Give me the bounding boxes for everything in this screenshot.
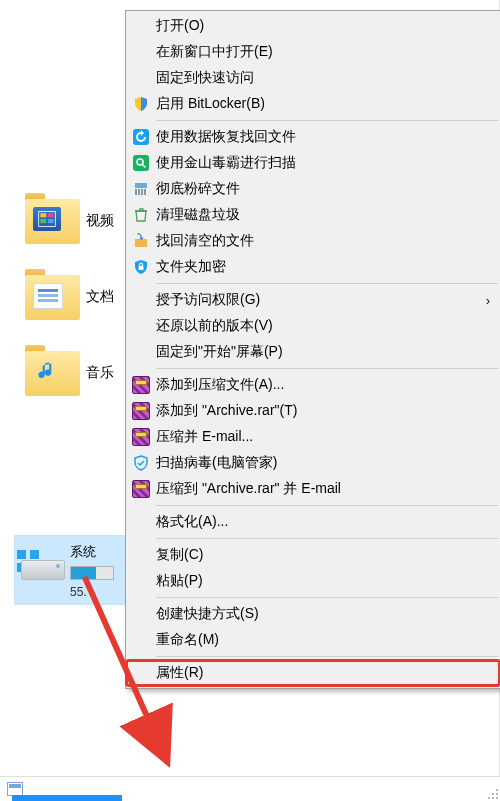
menu-item-label: 添加到 "Archive.rar"(T) — [156, 402, 500, 420]
menu-item-add-to-archive-rar[interactable]: 添加到 "Archive.rar"(T) — [126, 398, 500, 424]
selection-bar — [12, 795, 122, 801]
svg-rect-2 — [48, 213, 54, 217]
menu-item-compress-archive-email[interactable]: 压缩到 "Archive.rar" 并 E-mail — [126, 476, 500, 502]
menu-item-label: 固定到"开始"屏幕(P) — [156, 343, 500, 361]
menu-separator — [156, 656, 498, 657]
trash-icon — [126, 207, 156, 223]
folder-label: 文档 — [86, 288, 114, 306]
menu-item-open-new-window[interactable]: 在新窗口中打开(E) — [126, 39, 500, 65]
menu-separator — [156, 538, 498, 539]
drive-icon — [15, 536, 70, 604]
menu-item-label: 找回清空的文件 — [156, 232, 500, 250]
svg-rect-3 — [40, 219, 46, 223]
menu-item-label: 在新窗口中打开(E) — [156, 43, 500, 61]
folder-label: 视频 — [86, 212, 114, 230]
folder-items-area: 视频 文档 音乐 — [0, 180, 130, 414]
shred-icon — [126, 181, 156, 197]
menu-item-create-shortcut[interactable]: 创建快捷方式(S) — [126, 601, 500, 627]
menu-item-label: 压缩并 E-mail... — [156, 428, 500, 446]
menu-separator — [156, 283, 498, 284]
folder-icon — [25, 275, 80, 320]
resize-handle[interactable] — [488, 789, 498, 799]
shield-blue-icon — [126, 455, 156, 471]
svg-rect-10 — [139, 266, 144, 270]
music-icon — [33, 359, 61, 383]
menu-item-label: 扫描病毒(电脑管家) — [156, 454, 500, 472]
menu-item-open[interactable]: 打开(O) — [126, 13, 500, 39]
folder-item-documents[interactable]: 文档 — [25, 262, 130, 332]
menu-item-label: 打开(O) — [156, 17, 500, 35]
lock-blue-icon — [126, 259, 156, 275]
menu-item-label: 压缩到 "Archive.rar" 并 E-mail — [156, 480, 500, 498]
menu-item-pin-quick-access[interactable]: 固定到快速访问 — [126, 65, 500, 91]
menu-item-scan-virus-guanjia[interactable]: 扫描病毒(电脑管家) — [126, 450, 500, 476]
folder-label: 音乐 — [86, 364, 114, 382]
undelete-icon — [126, 233, 156, 249]
menu-item-label: 文件夹加密 — [156, 258, 500, 276]
folder-item-music[interactable]: 音乐 — [25, 338, 130, 408]
menu-item-label: 复制(C) — [156, 546, 500, 564]
menu-separator — [156, 368, 498, 369]
menu-item-copy[interactable]: 复制(C) — [126, 542, 500, 568]
menu-separator — [156, 505, 498, 506]
menu-item-label: 重命名(M) — [156, 631, 500, 649]
menu-item-label: 粘贴(P) — [156, 572, 500, 590]
shield-uac-icon — [126, 96, 156, 112]
menu-item-label: 添加到压缩文件(A)... — [156, 376, 500, 394]
rar-icon — [126, 480, 156, 498]
menu-item-label: 创建快捷方式(S) — [156, 605, 500, 623]
rar-icon — [126, 376, 156, 394]
submenu-arrow-icon: › — [486, 294, 490, 308]
menu-item-recover-files[interactable]: 使用数据恢复找回文件 — [126, 124, 500, 150]
svg-rect-8 — [135, 183, 147, 188]
drive-name: 系统 — [70, 543, 125, 561]
menu-item-clean-disk[interactable]: 清理磁盘垃圾 — [126, 202, 500, 228]
drive-subtext: 55. — [70, 585, 125, 599]
svg-rect-6 — [133, 155, 149, 171]
menu-item-label: 属性(R) — [156, 664, 500, 682]
menu-item-rename[interactable]: 重命名(M) — [126, 627, 500, 653]
drive-usage-bar — [70, 566, 114, 580]
menu-separator — [156, 120, 498, 121]
menu-item-label: 授予访问权限(G) — [156, 291, 500, 309]
rar-icon — [126, 402, 156, 420]
svg-rect-4 — [48, 219, 54, 223]
menu-item-restore-previous[interactable]: 还原以前的版本(V) — [126, 313, 500, 339]
menu-item-label: 还原以前的版本(V) — [156, 317, 500, 335]
folder-icon — [25, 199, 80, 244]
folder-item-video[interactable]: 视频 — [25, 186, 130, 256]
document-icon — [33, 283, 63, 309]
menu-item-shred-file[interactable]: 彻底粉碎文件 — [126, 176, 500, 202]
svg-rect-9 — [135, 239, 147, 247]
menu-item-enable-bitlocker[interactable]: 启用 BitLocker(B) — [126, 91, 500, 117]
drive-info: 系统 55. — [70, 536, 125, 604]
menu-separator — [156, 597, 498, 598]
menu-item-scan-kingsoft[interactable]: 使用金山毒霸进行扫描 — [126, 150, 500, 176]
rar-icon — [126, 428, 156, 446]
menu-item-paste[interactable]: 粘贴(P) — [126, 568, 500, 594]
drive-item-system[interactable]: 系统 55. — [14, 535, 126, 605]
menu-item-label: 启用 BitLocker(B) — [156, 95, 500, 113]
recover-blue-icon — [126, 129, 156, 145]
video-icon — [33, 207, 61, 231]
menu-item-recover-emptied[interactable]: 找回清空的文件 — [126, 228, 500, 254]
menu-item-pin-start[interactable]: 固定到"开始"屏幕(P) — [126, 339, 500, 365]
context-menu: 打开(O)在新窗口中打开(E)固定到快速访问启用 BitLocker(B)使用数… — [125, 10, 500, 689]
menu-item-add-to-archive[interactable]: 添加到压缩文件(A)... — [126, 372, 500, 398]
folder-icon — [25, 351, 80, 396]
menu-item-properties[interactable]: 属性(R) — [126, 660, 500, 686]
menu-item-label: 清理磁盘垃圾 — [156, 206, 500, 224]
svg-rect-1 — [40, 213, 46, 217]
menu-item-label: 彻底粉碎文件 — [156, 180, 500, 198]
menu-item-label: 使用金山毒霸进行扫描 — [156, 154, 500, 172]
menu-item-label: 固定到快速访问 — [156, 69, 500, 87]
menu-item-label: 格式化(A)... — [156, 513, 500, 531]
menu-item-format[interactable]: 格式化(A)... — [126, 509, 500, 535]
menu-item-give-access[interactable]: 授予访问权限(G)› — [126, 287, 500, 313]
scan-green-icon — [126, 155, 156, 171]
view-icon[interactable] — [7, 782, 23, 796]
menu-item-folder-encrypt[interactable]: 文件夹加密 — [126, 254, 500, 280]
menu-item-label: 使用数据恢复找回文件 — [156, 128, 500, 146]
menu-item-compress-email[interactable]: 压缩并 E-mail... — [126, 424, 500, 450]
